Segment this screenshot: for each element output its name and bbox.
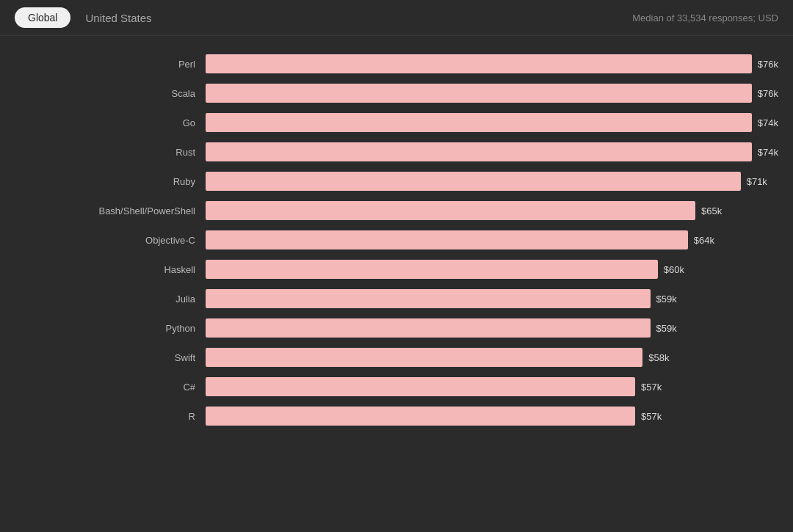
bar-value: $58k (648, 352, 669, 363)
chart-row: Rust$74k (15, 139, 778, 165)
chart-container: Perl$76kScala$76kGo$74kRust$74kRuby$71kB… (0, 36, 793, 447)
chart-row: Haskell$60k (15, 256, 778, 283)
bar-label: Bash/Shell/PowerShell (15, 205, 206, 216)
chart-row: Scala$76k (15, 80, 778, 106)
bar-wrapper: $65k (206, 201, 778, 220)
bar (206, 113, 752, 132)
bar (206, 407, 635, 426)
bar-value: $59k (656, 323, 677, 334)
tab-group: Global United States (15, 7, 152, 28)
bar-value: $60k (664, 264, 684, 275)
chart-row: C#$57k (15, 374, 778, 400)
bar-wrapper: $57k (206, 407, 778, 426)
bar (206, 54, 752, 73)
bar-value: $74k (758, 147, 778, 158)
subtitle: Median of 33,534 responses; USD (632, 12, 778, 23)
bar-label: Objective-C (15, 235, 206, 246)
bar-label: Haskell (15, 264, 206, 275)
bar-value: $57k (641, 382, 662, 393)
chart-row: Ruby$71k (15, 168, 778, 194)
bar-value: $59k (656, 294, 677, 305)
bar-wrapper: $76k (206, 84, 778, 103)
tab-us[interactable]: United States (85, 12, 151, 24)
header: Global United States Median of 33,534 re… (0, 0, 793, 36)
bar-label: C# (15, 382, 206, 393)
bar-label: R (15, 411, 206, 422)
chart-row: Objective-C$64k (15, 227, 778, 253)
chart-row: Bash/Shell/PowerShell$65k (15, 197, 778, 224)
bar-value: $76k (758, 88, 778, 99)
bar (206, 201, 695, 220)
bar (206, 84, 752, 103)
bar-label: Perl (15, 59, 206, 70)
bar-label: Julia (15, 294, 206, 305)
bar-wrapper: $57k (206, 377, 778, 396)
tab-global[interactable]: Global (15, 7, 70, 28)
bar (206, 348, 642, 367)
bar-value: $57k (641, 411, 662, 422)
bar-value: $71k (747, 176, 767, 187)
bar-label: Ruby (15, 176, 206, 187)
chart-row: Swift$58k (15, 344, 778, 371)
chart-row: Perl$76k (15, 51, 778, 77)
bar-wrapper: $59k (206, 289, 778, 308)
bar-wrapper: $74k (206, 113, 778, 132)
bar-wrapper: $71k (206, 172, 778, 191)
bar-wrapper: $76k (206, 54, 778, 73)
bar-value: $64k (694, 235, 714, 246)
bar (206, 289, 651, 308)
bar (206, 172, 741, 191)
bar (206, 377, 635, 396)
bar-label: Swift (15, 352, 206, 363)
bar-label: Rust (15, 147, 206, 158)
bar-wrapper: $59k (206, 318, 778, 338)
chart-row: Julia$59k (15, 285, 778, 312)
bar-wrapper: $60k (206, 260, 778, 279)
bar-label: Python (15, 323, 206, 334)
bar-value: $74k (758, 117, 778, 128)
bar-value: $65k (701, 205, 722, 216)
chart-row: Python$59k (15, 315, 778, 341)
bar-wrapper: $74k (206, 142, 778, 161)
bar (206, 142, 752, 161)
bar (206, 230, 688, 249)
bar-wrapper: $64k (206, 230, 778, 249)
bar-label: Go (15, 117, 206, 128)
bar-wrapper: $58k (206, 348, 778, 367)
bar-label: Scala (15, 88, 206, 99)
bar (206, 318, 651, 338)
bar-value: $76k (758, 59, 778, 70)
chart-row: Go$74k (15, 109, 778, 136)
chart-row: R$57k (15, 403, 778, 429)
bar (206, 260, 658, 279)
